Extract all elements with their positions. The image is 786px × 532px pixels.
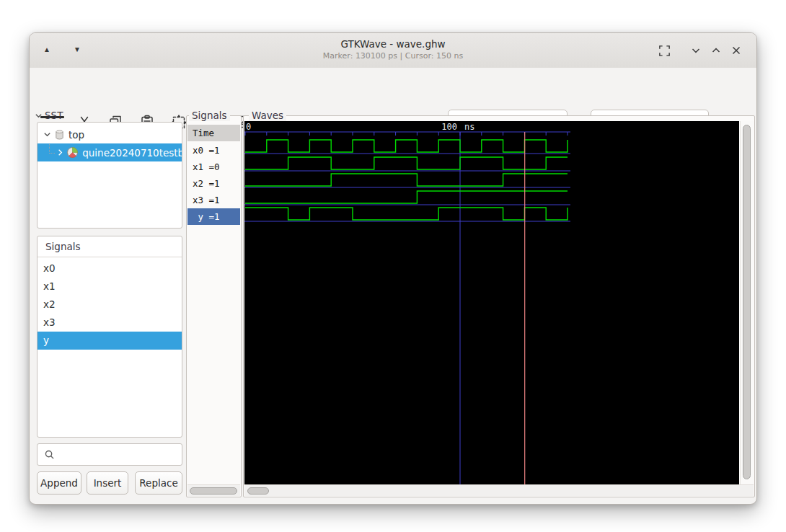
fullscreen-icon — [658, 44, 671, 58]
minimize-button[interactable] — [686, 41, 706, 60]
tree-item-top[interactable]: top — [37, 125, 182, 143]
shift-down-button[interactable]: ▼ — [70, 42, 84, 56]
window-controls — [654, 41, 746, 60]
signal-search-panel: Signals x0 x1 x2 x3 y — [37, 236, 182, 438]
wave-signal-row-x3[interactable]: x3 =1 — [187, 192, 240, 208]
scrollbar-thumb[interactable] — [247, 487, 269, 495]
module-icon — [66, 146, 79, 159]
sst-expander[interactable]: SST — [35, 110, 63, 121]
wave-signal-column: Time x0 =1 x1 =0 x2 =1 x3 =1 y =1 — [186, 115, 242, 497]
titlebar: ▲ ▼ GTKWave - wave.ghw Marker: 130100 ps… — [30, 33, 756, 68]
fullscreen-button[interactable] — [654, 41, 674, 60]
wave-canvas[interactable]: 0100ns — [244, 121, 739, 485]
close-icon — [730, 45, 742, 56]
wave-trace-x3 — [245, 191, 568, 203]
wave-signal-row-y[interactable]: y =1 — [187, 208, 240, 225]
wave-timeline-labels: 0100ns — [246, 122, 474, 132]
signal-list-item-y[interactable]: y — [37, 332, 182, 350]
signal-list: x0 x1 x2 x3 y — [37, 257, 182, 350]
scrollbar-thumb[interactable] — [190, 487, 237, 495]
signal-column-hscrollbar[interactable] — [187, 484, 240, 496]
search-input[interactable] — [59, 448, 170, 461]
window-title: GTKWave - wave.ghw — [30, 38, 756, 50]
search-icon — [44, 449, 55, 460]
horizontal-pane-splitter[interactable] — [37, 229, 182, 235]
insert-button[interactable]: Insert — [87, 471, 128, 495]
shift-up-button[interactable]: ▲ — [40, 42, 54, 56]
svg-text:100: 100 — [441, 122, 457, 132]
tree-item-label: quine20240710testbench — [82, 147, 182, 159]
waves-panel: 0100ns — [243, 115, 755, 497]
toolbar: From: To: — [30, 68, 756, 109]
maximize-button[interactable] — [706, 41, 726, 60]
expander-closed-icon[interactable] — [56, 148, 64, 156]
svg-text:ns: ns — [464, 122, 474, 132]
svg-text:0: 0 — [246, 122, 251, 132]
scrollbar-thumb[interactable] — [743, 125, 751, 479]
tree-guide-line — [49, 144, 55, 154]
signal-list-item-x1[interactable]: x1 — [37, 278, 182, 296]
waves-vscrollbar[interactable] — [740, 121, 754, 485]
signal-list-item-x2[interactable]: x2 — [37, 296, 182, 314]
signals-frame-label: Signals — [189, 110, 230, 121]
wave-trace-x2 — [245, 174, 568, 186]
waves-hscrollbar[interactable] — [244, 484, 754, 496]
hierarchy-box-icon — [54, 129, 65, 141]
sst-header-label: SST — [45, 110, 63, 121]
wave-grid — [244, 132, 570, 485]
signal-list-header: Signals — [37, 236, 182, 257]
signal-list-item-x3[interactable]: x3 — [37, 314, 182, 332]
signal-list-item-x0[interactable]: x0 — [37, 260, 182, 278]
signal-search-box — [37, 443, 182, 466]
tree-item-testbench[interactable]: quine20240710testbench — [37, 143, 182, 161]
append-button[interactable]: Append — [37, 471, 81, 495]
wave-trace-x1 — [245, 157, 568, 169]
replace-button[interactable]: Replace — [135, 471, 182, 495]
window-subtitle: Marker: 130100 ps | Cursor: 150 ns — [30, 51, 756, 61]
wave-trace-x0 — [245, 140, 568, 152]
gtkwave-window: ▲ ▼ GTKWave - wave.ghw Marker: 130100 ps… — [29, 32, 757, 505]
titlebar-text: GTKWave - wave.ghw Marker: 130100 ps | C… — [30, 38, 756, 61]
wave-signal-row-x1[interactable]: x1 =0 — [187, 159, 240, 175]
chevron-down-icon — [690, 45, 702, 56]
desktop: ▲ ▼ GTKWave - wave.ghw Marker: 130100 ps… — [0, 0, 786, 532]
expander-open-icon[interactable] — [42, 130, 52, 138]
waves-frame-label: Waves — [249, 110, 286, 121]
chevron-up-icon — [710, 45, 722, 56]
wave-trace-y — [245, 208, 568, 220]
chevron-down-icon — [35, 112, 43, 120]
close-button[interactable] — [726, 41, 746, 60]
tree-item-label: top — [69, 129, 84, 141]
wave-signal-row-x2[interactable]: x2 =1 — [187, 175, 240, 192]
wave-signal-row-x0[interactable]: x0 =1 — [187, 142, 240, 159]
titlebar-left-controls: ▲ ▼ — [40, 42, 84, 56]
sst-tree: top quine20240710testbench — [37, 122, 182, 229]
time-header: Time — [187, 125, 240, 141]
